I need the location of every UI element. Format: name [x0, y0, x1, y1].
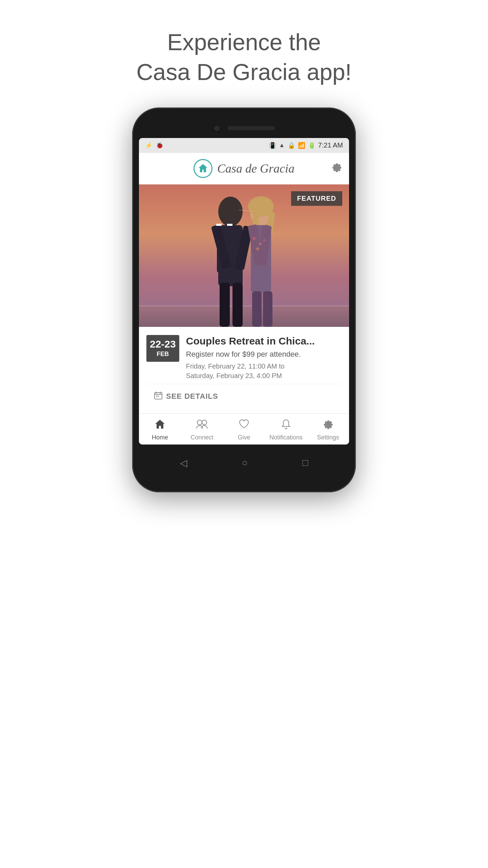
phone-bottom-hardware: ◁ ○ □: [139, 451, 349, 475]
lock-icon: 🔒: [288, 142, 295, 149]
date-month: FEB: [150, 351, 176, 358]
svg-rect-8: [216, 224, 222, 226]
nav-item-home[interactable]: Home: [143, 418, 177, 441]
settings-nav-icon: [322, 418, 334, 433]
event-row: 22-23 FEB Couples Retreat in Chica... Re…: [146, 335, 342, 380]
event-title: Couples Retreat in Chica...: [186, 335, 342, 347]
speaker-grille: [227, 126, 275, 130]
signal-icon: 📶: [298, 142, 305, 149]
phone-top-hardware: [139, 124, 349, 132]
recent-button[interactable]: □: [302, 457, 308, 468]
featured-badge: FEATURED: [291, 191, 342, 206]
svg-point-21: [256, 247, 259, 251]
connect-nav-icon: [196, 418, 208, 433]
svg-rect-9: [227, 224, 232, 226]
svg-rect-6: [220, 283, 230, 327]
date-badge: 22-23 FEB: [146, 335, 179, 362]
svg-point-1: [218, 197, 243, 226]
camera-dot: [213, 124, 221, 132]
home-nav-label: Home: [152, 434, 168, 441]
notifications-nav-icon: [280, 418, 292, 433]
status-time: 7:21 AM: [318, 141, 343, 149]
usb-icon: ⚡: [145, 142, 152, 149]
svg-rect-28: [156, 396, 157, 397]
event-time: Friday, February 22, 11:00 AM toSaturday…: [186, 361, 342, 380]
svg-point-31: [202, 420, 207, 425]
notifications-nav-label: Notifications: [269, 434, 303, 441]
home-button[interactable]: ○: [242, 457, 248, 468]
nav-item-notifications[interactable]: Notifications: [269, 418, 303, 441]
bottom-nav: Home Connect: [139, 413, 349, 445]
status-left-icons: ⚡ 🐞: [145, 142, 163, 149]
app-logo-circle: [194, 159, 212, 178]
settings-button[interactable]: [331, 162, 342, 175]
svg-point-22: [263, 239, 266, 242]
logo-area: Casa de Gracia: [194, 159, 294, 178]
date-day: 22-23: [150, 339, 176, 349]
svg-rect-18: [263, 291, 272, 327]
app-header: Casa de Gracia: [139, 153, 349, 184]
see-details-row[interactable]: SEE DETAILS: [146, 384, 342, 405]
phone-device: ⚡ 🐞 📳 ▲ 🔒 📶 🔋 7:21 AM: [132, 107, 356, 492]
event-price: Register now for $99 per attendee.: [186, 350, 342, 359]
event-card[interactable]: 22-23 FEB Couples Retreat in Chica... Re…: [139, 327, 349, 413]
battery-icon: 🔋: [308, 142, 316, 149]
give-nav-icon: [238, 418, 250, 433]
settings-nav-label: Settings: [317, 434, 339, 441]
svg-rect-17: [252, 291, 262, 327]
calendar-icon: [154, 391, 163, 402]
svg-point-20: [259, 242, 262, 245]
status-right-icons: 📳 ▲ 🔒 📶 🔋 7:21 AM: [269, 141, 343, 149]
app-title: Casa de Gracia: [217, 161, 294, 176]
home-nav-icon: [154, 418, 166, 433]
nav-item-give[interactable]: Give: [227, 418, 261, 441]
couple-illustration: [186, 191, 302, 327]
featured-image[interactable]: FEATURED: [139, 184, 349, 327]
svg-point-19: [252, 237, 256, 240]
see-details-label[interactable]: SEE DETAILS: [166, 392, 218, 401]
debug-icon: 🐞: [156, 142, 163, 149]
phone-screen: ⚡ 🐞 📳 ▲ 🔒 📶 🔋 7:21 AM: [139, 138, 349, 445]
page-headline: Experience the Casa De Gracia app!: [137, 27, 352, 87]
svg-rect-7: [232, 283, 243, 327]
event-info: Couples Retreat in Chica... Register now…: [186, 335, 342, 380]
svg-point-30: [197, 420, 202, 425]
svg-rect-29: [158, 396, 159, 397]
wifi-icon: ▲: [279, 142, 285, 149]
vibrate-icon: 📳: [269, 142, 276, 149]
nav-item-connect[interactable]: Connect: [185, 418, 219, 441]
back-button[interactable]: ◁: [180, 457, 187, 469]
connect-nav-label: Connect: [190, 434, 213, 441]
give-nav-label: Give: [238, 434, 250, 441]
status-bar: ⚡ 🐞 📳 ▲ 🔒 📶 🔋 7:21 AM: [139, 138, 349, 153]
nav-item-settings[interactable]: Settings: [311, 418, 345, 441]
